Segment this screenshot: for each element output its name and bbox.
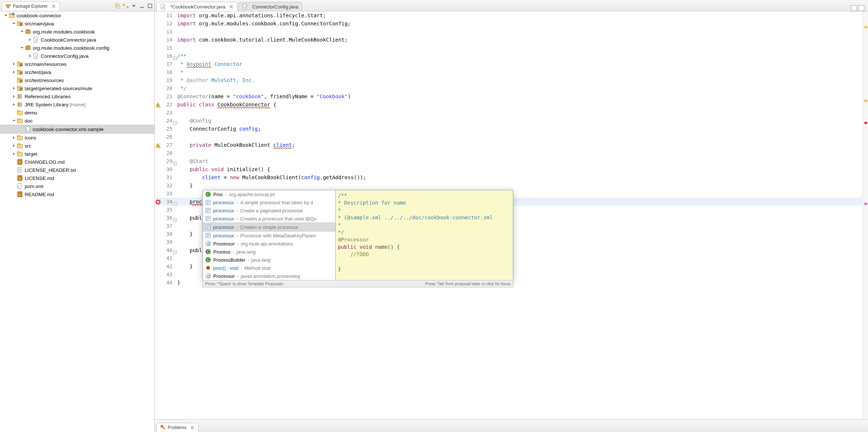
line-number[interactable]: 35: [155, 206, 175, 214]
line-number[interactable]: 31: [155, 173, 175, 181]
close-icon[interactable]: [229, 4, 233, 9]
line-number[interactable]: 23: [155, 109, 175, 117]
code-content[interactable]: private MuleCookBookClient client;: [175, 141, 295, 149]
line-number[interactable]: 27: [155, 141, 175, 149]
error-marker-icon[interactable]: [156, 199, 161, 204]
chevron-right-icon[interactable]: [28, 38, 32, 42]
line-number[interactable]: 17: [155, 60, 175, 68]
code-content[interactable]: import org.mule.api.annotations.lifecycl…: [175, 11, 326, 20]
problems-tab[interactable]: Problems: [156, 423, 199, 432]
link-editor-icon[interactable]: [123, 3, 129, 9]
code-line[interactable]: 17 * Anypoint Connector: [155, 60, 862, 68]
code-content[interactable]: [175, 28, 177, 36]
proposal-item[interactable]: CProc - org.apache.tomcat.jni: [203, 190, 335, 198]
tree-item[interactable]: xpom.xml: [0, 182, 154, 190]
fold-toggle-icon[interactable]: [173, 54, 177, 58]
code-line[interactable]: 30 public void initialize() {: [155, 165, 862, 173]
tree-item[interactable]: SLICENSE.md: [0, 174, 154, 182]
tree-item[interactable]: src: [0, 142, 154, 150]
code-line[interactable]: 25 ConnectorConfig config;: [155, 125, 862, 133]
code-content[interactable]: ConnectorConfig config;: [175, 125, 261, 133]
explorer-tab[interactable]: Package Explorer: [1, 1, 60, 11]
chevron-right-icon[interactable]: [12, 152, 16, 156]
tree-item[interactable]: src/main/java: [0, 20, 154, 28]
proposal-item[interactable]: processor - Processor with MetaDataKeyPa…: [203, 231, 335, 240]
code-content[interactable]: [175, 254, 177, 262]
code-content[interactable]: [175, 44, 177, 52]
proposal-doc-panel[interactable]: /** * Description for name * * {@sample.…: [335, 190, 513, 280]
tree-item[interactable]: src/test/resources: [0, 76, 154, 84]
code-content[interactable]: [175, 149, 177, 157]
fold-toggle-icon[interactable]: [173, 248, 177, 252]
chevron-down-icon[interactable]: [12, 21, 16, 26]
proposal-item[interactable]: @Processor - org.mule.api.annotations: [203, 240, 335, 248]
code-content[interactable]: *: [175, 68, 183, 76]
chevron-right-icon[interactable]: [12, 86, 16, 91]
line-number[interactable]: 34: [155, 198, 175, 206]
code-content[interactable]: }: [175, 262, 193, 270]
editor-tab[interactable]: JConnectorConfig.java: [238, 2, 302, 11]
close-icon[interactable]: [190, 425, 194, 430]
overview-ruler[interactable]: [862, 11, 868, 419]
tree-item[interactable]: SCHANGELOG.md: [0, 158, 154, 166]
line-number[interactable]: 38: [155, 230, 175, 238]
fold-toggle-icon[interactable]: [173, 119, 177, 123]
code-content[interactable]: public class CookbookConnector {: [175, 100, 276, 109]
code-content[interactable]: import org.mule.modules.cookbook.config.…: [175, 20, 351, 28]
maximize-icon[interactable]: [858, 5, 864, 11]
code-content[interactable]: * Anypoint Connector: [175, 60, 242, 68]
line-number[interactable]: 21: [155, 92, 175, 100]
line-number[interactable]: 44: [155, 279, 175, 287]
tree-item[interactable]: target/generated-sources/mule: [0, 84, 154, 92]
proposal-list[interactable]: CProc - org.apache.tomcat.jniprocessor -…: [203, 190, 335, 280]
tree-item[interactable]: doc: [0, 117, 154, 125]
code-line[interactable]: 28: [155, 149, 862, 157]
proposal-item[interactable]: CProcess - java.lang: [203, 248, 335, 256]
line-number[interactable]: 26: [155, 133, 175, 141]
code-content[interactable]: [175, 270, 177, 279]
chevron-down-icon[interactable]: [12, 118, 16, 123]
chevron-right-icon[interactable]: [12, 62, 16, 66]
line-number[interactable]: 13: [155, 28, 175, 36]
chevron-right-icon[interactable]: [28, 54, 32, 58]
code-content[interactable]: [175, 238, 177, 246]
code-line[interactable]: 19 * @author MuleSoft, Inc.: [155, 76, 862, 84]
code-content[interactable]: }: [175, 279, 180, 287]
code-content[interactable]: }: [175, 230, 193, 238]
code-content[interactable]: publ: [175, 246, 202, 254]
code-line[interactable]: 16/**: [155, 52, 862, 60]
chevron-down-icon[interactable]: [4, 13, 8, 18]
line-number[interactable]: 43: [155, 270, 175, 279]
code-content[interactable]: @Config: [175, 117, 211, 125]
tree-item[interactable]: src/main/resources: [0, 60, 154, 68]
line-number[interactable]: 22: [155, 100, 175, 109]
line-number[interactable]: 15: [155, 44, 175, 52]
proposal-item[interactable]: @Processor - javax.annotation.processing: [203, 272, 335, 280]
line-number[interactable]: 20: [155, 84, 175, 92]
chevron-down-icon[interactable]: [20, 29, 24, 34]
chevron-right-icon[interactable]: [12, 70, 16, 74]
code-editor[interactable]: 11import org.mule.api.annotations.lifecy…: [155, 11, 868, 419]
code-content[interactable]: client = new MuleCookBookClient(config.g…: [175, 173, 366, 181]
line-number[interactable]: 40: [155, 246, 175, 254]
line-number[interactable]: 29: [155, 157, 175, 165]
line-number[interactable]: 14: [155, 36, 175, 44]
code-line[interactable]: 11import org.mule.api.annotations.lifecy…: [155, 11, 862, 20]
code-content[interactable]: */: [175, 84, 186, 92]
close-icon[interactable]: [51, 4, 56, 8]
code-line[interactable]: 21@Connector(name = "cookbook", friendly…: [155, 92, 862, 100]
line-number[interactable]: 19: [155, 76, 175, 84]
minimize-icon[interactable]: [851, 5, 857, 11]
code-content[interactable]: * @author MuleSoft, Inc.: [175, 76, 255, 84]
fold-toggle-icon[interactable]: [173, 200, 177, 203]
tree-item[interactable]: JConnectorConfig.java: [0, 52, 154, 60]
code-content[interactable]: [175, 190, 177, 198]
code-line[interactable]: 27 private MuleCookBookClient client;: [155, 141, 862, 149]
chevron-right-icon[interactable]: [12, 144, 16, 148]
tree-item[interactable]: JRE System Library [Home]: [0, 100, 154, 109]
code-line[interactable]: 13: [155, 28, 862, 36]
proposal-item[interactable]: proc() : void - Method stub: [203, 264, 335, 272]
tree-item[interactable]: org.mule.modules.cookbook.config: [0, 44, 154, 52]
line-number[interactable]: 11: [155, 11, 175, 20]
code-line[interactable]: 20 */: [155, 84, 862, 92]
